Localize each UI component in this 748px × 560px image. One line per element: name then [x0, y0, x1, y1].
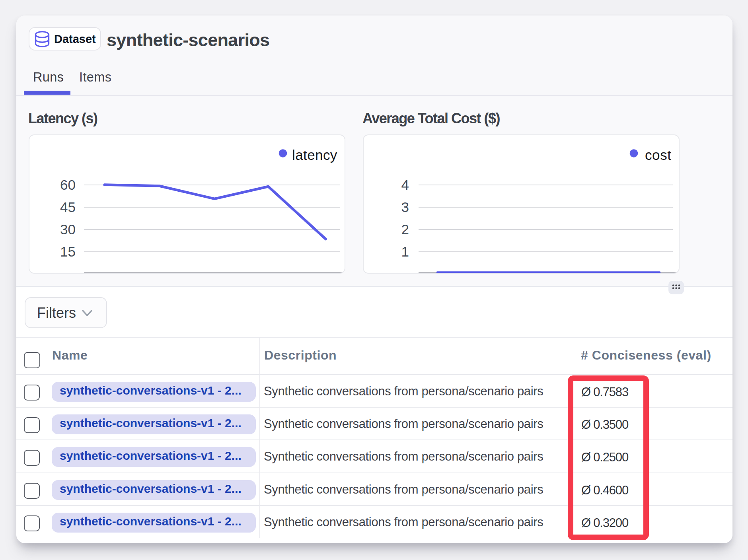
- svg-text:3: 3: [401, 199, 409, 215]
- svg-text:2: 2: [401, 222, 409, 237]
- svg-text:1: 1: [401, 244, 409, 259]
- svg-text:45: 45: [60, 199, 76, 215]
- svg-text:60: 60: [60, 177, 76, 192]
- svg-text:15: 15: [60, 244, 76, 259]
- svg-text:4: 4: [401, 177, 409, 192]
- svg-text:30: 30: [60, 222, 76, 237]
- svg-text:cost: cost: [645, 147, 672, 163]
- svg-text:latency: latency: [292, 147, 337, 163]
